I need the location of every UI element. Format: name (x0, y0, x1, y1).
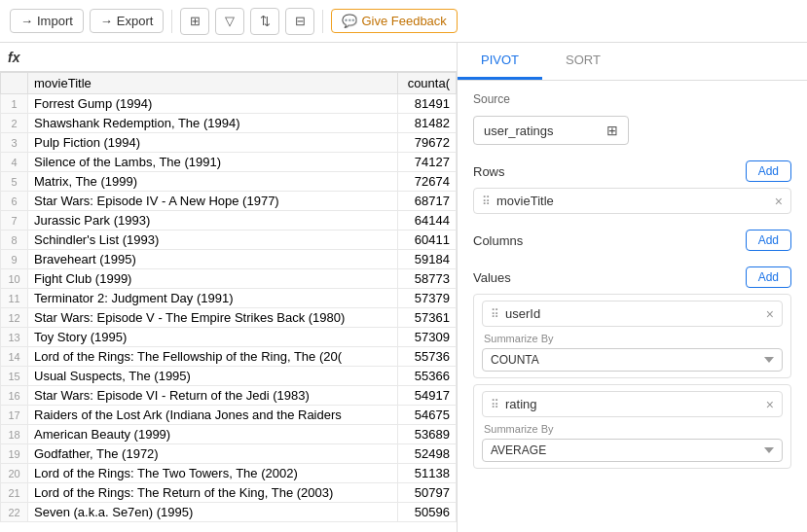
row-number: 11 (1, 289, 28, 308)
movie-title-cell: Star Wars: Episode V - The Empire Strike… (28, 308, 398, 328)
count-cell: 57309 (398, 328, 457, 347)
row-number: 8 (1, 231, 28, 250)
table-row[interactable]: 18 American Beauty (1999) 53689 (1, 425, 457, 444)
row-number: 4 (1, 153, 28, 172)
row-field-close[interactable]: × (775, 195, 783, 208)
row-field-label: movieTitle (496, 194, 769, 208)
table-row[interactable]: 20 Lord of the Rings: The Two Towers, Th… (1, 464, 457, 483)
count-cell: 54917 (398, 386, 457, 406)
values-add-button[interactable]: Add (746, 266, 791, 288)
movie-title-cell: Star Wars: Episode IV - A New Hope (1977… (28, 192, 398, 211)
rows-title: Rows (473, 164, 505, 179)
table-row[interactable]: 5 Matrix, The (1999) 72674 (1, 172, 457, 192)
tab-pivot[interactable]: PIVOT (458, 43, 542, 80)
row-number: 19 (1, 444, 28, 464)
row-number: 14 (1, 347, 28, 367)
table-row[interactable]: 3 Pulp Fiction (1994) 79672 (1, 133, 457, 153)
data-table: movieTitle counta( 1 Forrest Gump (1994)… (0, 72, 457, 522)
movie-title-cell: Raiders of the Lost Ark (Indiana Jones a… (28, 406, 398, 425)
userid-chip-icon: ⠿ (491, 307, 499, 321)
main-area: fx movieTitle counta( 1 Forrest Gump (19… (0, 43, 807, 532)
row-number: 6 (1, 192, 28, 211)
filter-icon-btn[interactable]: ▽ (215, 8, 244, 35)
values-section: Values Add ⠿ userId × Summarize By COUNT… (473, 266, 791, 469)
row-field-chip: ⠿ movieTitle × (473, 188, 791, 214)
table-row[interactable]: 6 Star Wars: Episode IV - A New Hope (19… (1, 192, 457, 211)
rating-chip-icon: ⠿ (491, 398, 499, 411)
movie-title-cell: Godfather, The (1972) (28, 444, 398, 464)
row-number: 16 (1, 386, 28, 406)
table-row[interactable]: 7 Jurassic Park (1993) 64144 (1, 211, 457, 231)
pivot-tabs: PIVOT SORT (458, 43, 807, 81)
table-row[interactable]: 4 Silence of the Lambs, The (1991) 74127 (1, 153, 457, 172)
row-number: 15 (1, 367, 28, 386)
table-row[interactable]: 2 Shawshank Redemption, The (1994) 81482 (1, 114, 457, 133)
row-number: 20 (1, 464, 28, 483)
rating-chip-close[interactable]: × (766, 398, 774, 411)
values-header: Values Add (473, 266, 791, 288)
table-row[interactable]: 15 Usual Suspects, The (1995) 55366 (1, 367, 457, 386)
columns-icon-btn[interactable]: ⊞ (180, 8, 209, 35)
feedback-button[interactable]: 💬 Give Feedback (331, 9, 457, 33)
movie-title-cell: Jurassic Park (1993) (28, 211, 398, 231)
table-row[interactable]: 9 Braveheart (1995) 59184 (1, 250, 457, 269)
rows-add-button[interactable]: Add (746, 160, 791, 182)
sort-icon-btn[interactable]: ⇅ (250, 8, 279, 35)
row-number: 3 (1, 133, 28, 153)
table-row[interactable]: 22 Seven (a.k.a. Se7en) (1995) 50596 (1, 503, 457, 522)
table-row[interactable]: 8 Schindler's List (1993) 60411 (1, 231, 457, 250)
table-icon: ⊞ (606, 123, 618, 138)
columns-icon: ⊞ (190, 14, 201, 28)
userid-summarize-select[interactable]: COUNTA COUNT SUM AVERAGE MAX MIN (482, 348, 783, 372)
table-row[interactable]: 12 Star Wars: Episode V - The Empire Str… (1, 308, 457, 328)
export-button[interactable]: → Export (90, 9, 165, 33)
row-number: 21 (1, 483, 28, 503)
data-table-wrapper[interactable]: movieTitle counta( 1 Forrest Gump (1994)… (0, 72, 457, 532)
table-row[interactable]: 16 Star Wars: Episode VI - Return of the… (1, 386, 457, 406)
count-cell: 74127 (398, 153, 457, 172)
count-cell: 81491 (398, 94, 457, 114)
import-icon: → (20, 14, 33, 28)
header-movie-title[interactable]: movieTitle (28, 73, 398, 94)
table-row[interactable]: 10 Fight Club (1999) 58773 (1, 269, 457, 289)
rows-section: Rows Add ⠿ movieTitle × (473, 160, 791, 214)
userid-chip-close[interactable]: × (766, 307, 774, 321)
table-row[interactable]: 11 Terminator 2: Judgment Day (1991) 573… (1, 289, 457, 308)
table-row[interactable]: 21 Lord of the Rings: The Return of the … (1, 483, 457, 503)
row-number: 2 (1, 114, 28, 133)
group-icon-btn[interactable]: ⊟ (285, 8, 314, 35)
import-label: Import (37, 14, 73, 28)
value-field-userid: ⠿ userId × Summarize By COUNTA COUNT SUM… (473, 294, 791, 378)
source-badge: user_ratings ⊞ (473, 116, 629, 145)
header-rownum (1, 73, 28, 94)
tab-sort[interactable]: SORT (542, 43, 624, 80)
movie-title-cell: Lord of the Rings: The Fellowship of the… (28, 347, 398, 367)
rating-chip: ⠿ rating × (482, 391, 783, 417)
source-label: Source (473, 92, 791, 106)
movie-title-cell: Seven (a.k.a. Se7en) (1995) (28, 503, 398, 522)
row-number: 12 (1, 308, 28, 328)
rating-summarize-label: Summarize By (482, 423, 783, 435)
table-row[interactable]: 1 Forrest Gump (1994) 81491 (1, 94, 457, 114)
count-cell: 55736 (398, 347, 457, 367)
table-row[interactable]: 14 Lord of the Rings: The Fellowship of … (1, 347, 457, 367)
import-button[interactable]: → Import (10, 9, 84, 33)
movie-title-cell: Star Wars: Episode VI - Return of the Je… (28, 386, 398, 406)
row-number: 13 (1, 328, 28, 347)
export-label: Export (117, 14, 154, 28)
group-icon: ⊟ (295, 14, 306, 28)
rating-summarize-select[interactable]: COUNTA COUNT SUM AVERAGE MAX MIN (482, 439, 783, 462)
table-row[interactable]: 17 Raiders of the Lost Ark (Indiana Jone… (1, 406, 457, 425)
header-counta[interactable]: counta( (398, 73, 457, 94)
count-cell: 54675 (398, 406, 457, 425)
table-row[interactable]: 13 Toy Story (1995) 57309 (1, 328, 457, 347)
feedback-label: Give Feedback (361, 14, 446, 28)
count-cell: 64144 (398, 211, 457, 231)
movie-title-cell: American Beauty (1999) (28, 425, 398, 444)
rating-chip-label: rating (505, 397, 760, 411)
row-number: 17 (1, 406, 28, 425)
userid-chip-label: userId (505, 306, 760, 321)
columns-add-button[interactable]: Add (746, 230, 791, 251)
value-field-rating: ⠿ rating × Summarize By COUNTA COUNT SUM… (473, 384, 791, 469)
table-row[interactable]: 19 Godfather, The (1972) 52498 (1, 444, 457, 464)
